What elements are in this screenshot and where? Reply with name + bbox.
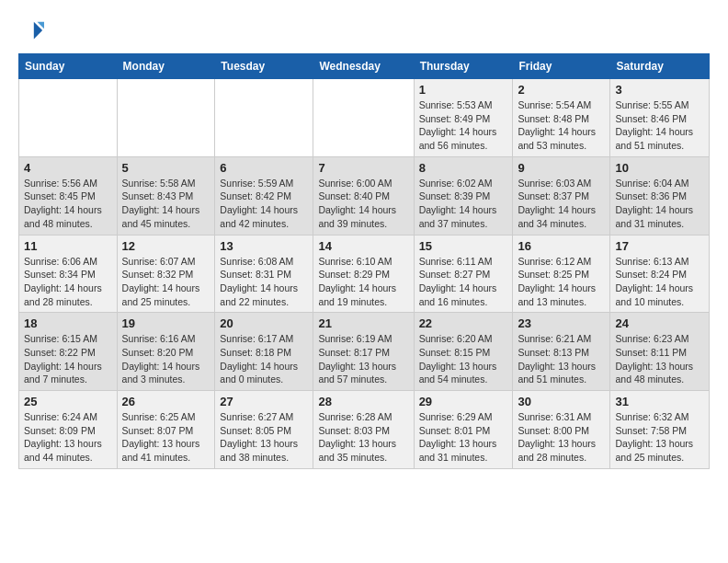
day-number: 24: [615, 316, 704, 330]
day-number: 12: [122, 239, 210, 253]
day-number: 8: [419, 161, 508, 175]
day-cell: 19Sunrise: 6:16 AM Sunset: 8:20 PM Dayli…: [117, 313, 215, 391]
day-info: Sunrise: 6:04 AM Sunset: 8:36 PM Dayligh…: [615, 177, 704, 231]
day-number: 22: [419, 316, 508, 330]
day-info: Sunrise: 5:53 AM Sunset: 8:49 PM Dayligh…: [419, 98, 508, 153]
day-info: Sunrise: 6:25 AM Sunset: 8:07 PM Dayligh…: [122, 410, 210, 465]
day-number: 10: [615, 161, 704, 175]
calendar-header: SundayMondayTuesdayWednesdayThursdayFrid…: [19, 54, 710, 79]
day-info: Sunrise: 6:10 AM Sunset: 8:29 PM Dayligh…: [318, 255, 408, 309]
day-number: 19: [122, 316, 210, 330]
day-cell: 5Sunrise: 5:58 AM Sunset: 8:43 PM Daylig…: [117, 156, 215, 235]
day-cell: 21Sunrise: 6:19 AM Sunset: 8:17 PM Dayli…: [313, 313, 414, 391]
day-cell: 4Sunrise: 5:56 AM Sunset: 8:45 PM Daylig…: [19, 156, 118, 235]
day-cell: 10Sunrise: 6:04 AM Sunset: 8:36 PM Dayli…: [610, 156, 710, 235]
day-number: 5: [122, 161, 210, 175]
day-info: Sunrise: 6:19 AM Sunset: 8:17 PM Dayligh…: [318, 332, 408, 386]
day-cell: 23Sunrise: 6:21 AM Sunset: 8:13 PM Dayli…: [513, 313, 610, 391]
day-cell: 22Sunrise: 6:20 AM Sunset: 8:15 PM Dayli…: [414, 313, 513, 391]
day-info: Sunrise: 6:12 AM Sunset: 8:25 PM Dayligh…: [518, 255, 605, 309]
day-cell: 31Sunrise: 6:32 AM Sunset: 7:58 PM Dayli…: [610, 391, 710, 469]
day-info: Sunrise: 6:11 AM Sunset: 8:27 PM Dayligh…: [419, 255, 508, 309]
day-cell: [215, 79, 313, 157]
day-info: Sunrise: 6:08 AM Sunset: 8:31 PM Dayligh…: [220, 255, 308, 309]
day-cell: 9Sunrise: 6:03 AM Sunset: 8:37 PM Daylig…: [513, 156, 610, 235]
day-cell: [313, 79, 414, 157]
day-cell: 7Sunrise: 6:00 AM Sunset: 8:40 PM Daylig…: [313, 156, 414, 235]
day-number: 29: [419, 395, 508, 408]
day-info: Sunrise: 5:55 AM Sunset: 8:46 PM Dayligh…: [615, 98, 704, 153]
week-row-3: 11Sunrise: 6:06 AM Sunset: 8:34 PM Dayli…: [19, 235, 710, 313]
day-cell: 15Sunrise: 6:11 AM Sunset: 8:27 PM Dayli…: [414, 235, 513, 313]
day-number: 6: [220, 161, 308, 175]
weekday-header-monday: Monday: [117, 54, 215, 79]
day-number: 31: [615, 395, 704, 408]
day-info: Sunrise: 6:16 AM Sunset: 8:20 PM Dayligh…: [122, 332, 210, 386]
day-cell: [117, 79, 215, 157]
day-number: 15: [419, 239, 508, 253]
day-cell: 20Sunrise: 6:17 AM Sunset: 8:18 PM Dayli…: [215, 313, 313, 391]
page-header: [18, 18, 710, 44]
calendar-body: 1Sunrise: 5:53 AM Sunset: 8:49 PM Daylig…: [19, 79, 710, 469]
day-info: Sunrise: 6:29 AM Sunset: 8:01 PM Dayligh…: [419, 410, 508, 465]
day-info: Sunrise: 6:32 AM Sunset: 7:58 PM Dayligh…: [615, 410, 704, 465]
day-number: 4: [24, 161, 112, 175]
day-number: 9: [518, 161, 605, 175]
day-info: Sunrise: 5:54 AM Sunset: 8:48 PM Dayligh…: [518, 98, 605, 153]
day-info: Sunrise: 6:03 AM Sunset: 8:37 PM Dayligh…: [518, 177, 605, 231]
day-info: Sunrise: 6:28 AM Sunset: 8:03 PM Dayligh…: [318, 410, 408, 465]
day-cell: 1Sunrise: 5:53 AM Sunset: 8:49 PM Daylig…: [414, 79, 513, 157]
day-number: 2: [518, 83, 605, 97]
logo-icon: [18, 18, 44, 44]
day-info: Sunrise: 5:56 AM Sunset: 8:45 PM Dayligh…: [24, 177, 112, 231]
day-number: 17: [615, 239, 704, 253]
weekday-header-sunday: Sunday: [19, 54, 118, 79]
day-info: Sunrise: 6:13 AM Sunset: 8:24 PM Dayligh…: [615, 255, 704, 309]
weekday-header-thursday: Thursday: [414, 54, 513, 79]
day-info: Sunrise: 6:06 AM Sunset: 8:34 PM Dayligh…: [24, 255, 112, 309]
weekday-header-wednesday: Wednesday: [313, 54, 414, 79]
header-row: SundayMondayTuesdayWednesdayThursdayFrid…: [19, 54, 710, 79]
day-info: Sunrise: 6:31 AM Sunset: 8:00 PM Dayligh…: [518, 410, 605, 465]
day-info: Sunrise: 6:07 AM Sunset: 8:32 PM Dayligh…: [122, 255, 210, 309]
week-row-2: 4Sunrise: 5:56 AM Sunset: 8:45 PM Daylig…: [19, 156, 710, 235]
day-number: 23: [518, 316, 605, 330]
day-number: 25: [24, 395, 112, 408]
calendar-table: SundayMondayTuesdayWednesdayThursdayFrid…: [18, 53, 710, 469]
day-cell: 13Sunrise: 6:08 AM Sunset: 8:31 PM Dayli…: [215, 235, 313, 313]
day-cell: 11Sunrise: 6:06 AM Sunset: 8:34 PM Dayli…: [19, 235, 118, 313]
day-number: 26: [122, 395, 210, 408]
day-number: 16: [518, 239, 605, 253]
day-info: Sunrise: 6:17 AM Sunset: 8:18 PM Dayligh…: [220, 332, 308, 386]
day-number: 27: [220, 395, 308, 408]
day-info: Sunrise: 5:58 AM Sunset: 8:43 PM Dayligh…: [122, 177, 210, 231]
day-cell: 18Sunrise: 6:15 AM Sunset: 8:22 PM Dayli…: [19, 313, 118, 391]
day-cell: 29Sunrise: 6:29 AM Sunset: 8:01 PM Dayli…: [414, 391, 513, 469]
week-row-4: 18Sunrise: 6:15 AM Sunset: 8:22 PM Dayli…: [19, 313, 710, 391]
day-number: 13: [220, 239, 308, 253]
day-info: Sunrise: 6:21 AM Sunset: 8:13 PM Dayligh…: [518, 332, 605, 386]
day-cell: 8Sunrise: 6:02 AM Sunset: 8:39 PM Daylig…: [414, 156, 513, 235]
day-number: 1: [419, 83, 508, 97]
day-cell: 6Sunrise: 5:59 AM Sunset: 8:42 PM Daylig…: [215, 156, 313, 235]
day-info: Sunrise: 6:00 AM Sunset: 8:40 PM Dayligh…: [318, 177, 408, 231]
day-cell: [19, 79, 118, 157]
day-number: 21: [318, 316, 408, 330]
day-cell: 14Sunrise: 6:10 AM Sunset: 8:29 PM Dayli…: [313, 235, 414, 313]
day-number: 20: [220, 316, 308, 330]
day-number: 14: [318, 239, 408, 253]
week-row-1: 1Sunrise: 5:53 AM Sunset: 8:49 PM Daylig…: [19, 79, 710, 157]
day-number: 30: [518, 395, 605, 408]
day-number: 18: [24, 316, 112, 330]
day-number: 3: [615, 83, 704, 97]
day-cell: 12Sunrise: 6:07 AM Sunset: 8:32 PM Dayli…: [117, 235, 215, 313]
logo: [18, 18, 46, 44]
day-cell: 16Sunrise: 6:12 AM Sunset: 8:25 PM Dayli…: [513, 235, 610, 313]
day-info: Sunrise: 6:23 AM Sunset: 8:11 PM Dayligh…: [615, 332, 704, 386]
day-number: 28: [318, 395, 408, 408]
day-info: Sunrise: 6:27 AM Sunset: 8:05 PM Dayligh…: [220, 410, 308, 465]
day-number: 11: [24, 239, 112, 253]
day-cell: 27Sunrise: 6:27 AM Sunset: 8:05 PM Dayli…: [215, 391, 313, 469]
day-cell: 25Sunrise: 6:24 AM Sunset: 8:09 PM Dayli…: [19, 391, 118, 469]
day-info: Sunrise: 5:59 AM Sunset: 8:42 PM Dayligh…: [220, 177, 308, 231]
